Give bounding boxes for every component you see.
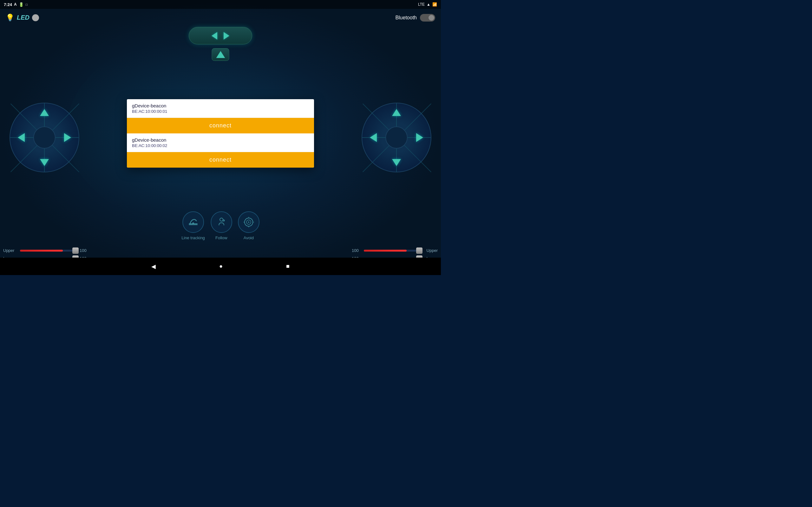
status-time: 7:24 (4, 2, 12, 7)
device-item-1: gDevice-beacon BE:AC:10:00:00:01 (127, 99, 314, 118)
signal-icon: ▲ (426, 2, 430, 7)
lte-label: LTE (418, 2, 425, 7)
back-button[interactable]: ◀ (151, 263, 156, 270)
home-button[interactable]: ● (219, 263, 223, 270)
device-item-2: gDevice-beacon BE:AC:10:00:00:02 (127, 133, 314, 152)
battery-icon: 🔋 (19, 2, 24, 7)
device1-mac: BE:AC:10:00:00:01 (132, 109, 309, 114)
sd-icon: □ (26, 3, 28, 6)
connect-button-1[interactable]: connect (127, 118, 314, 133)
device1-name: gDevice-beacon (132, 103, 309, 108)
device2-mac: BE:AC:10:00:00:02 (132, 143, 309, 148)
nav-bar: ◀ ● ■ (0, 258, 441, 275)
app-icon-a: A (14, 2, 17, 7)
connect-button-2[interactable]: connect (127, 152, 314, 168)
dialog-overlay: gDevice-beacon BE:AC:10:00:00:01 connect… (0, 9, 441, 258)
recent-button[interactable]: ■ (286, 263, 290, 270)
wifi-icon: 📶 (432, 2, 437, 7)
device2-name: gDevice-beacon (132, 137, 309, 143)
status-bar: 7:24 A 🔋 □ LTE ▲ 📶 (0, 0, 441, 9)
bluetooth-device-dialog: gDevice-beacon BE:AC:10:00:00:01 connect… (127, 99, 314, 168)
